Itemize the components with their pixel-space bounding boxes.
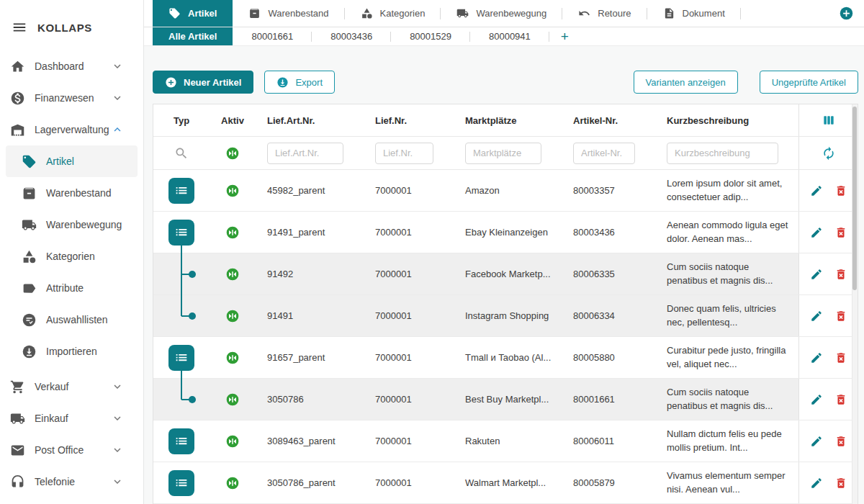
expand-variants-button[interactable]	[168, 345, 194, 371]
table-row[interactable]: 3089463_parent7000001Rakuten80006011Null…	[153, 420, 858, 462]
chevron-up-icon	[111, 123, 124, 136]
edit-icon[interactable]	[810, 351, 823, 364]
sidebar-item-importieren[interactable]: Importieren	[0, 336, 143, 367]
sidebar-item-label: Post Office	[35, 444, 84, 456]
article-tab-alle-artikel[interactable]: Alle Artikel	[153, 27, 233, 45]
cell-lief-art-nr: 91492	[256, 269, 364, 279]
tab-kategorien[interactable]: Kategorien	[345, 0, 441, 27]
cell-artikel-nr: 80003436	[562, 227, 655, 238]
sidebar-item-auswahllisten[interactable]: Auswahllisten	[0, 304, 143, 336]
edit-icon[interactable]	[810, 310, 823, 323]
refresh-icon[interactable]	[822, 146, 836, 161]
filter-lief-nr-input[interactable]	[375, 143, 433, 164]
filter-actions-cell	[798, 137, 858, 169]
active-status-icon	[225, 309, 240, 323]
search-icon[interactable]	[174, 146, 189, 161]
article-tab-80000941[interactable]: 80000941	[470, 27, 549, 45]
sidebar-item-warenbestand[interactable]: Warenbestand	[0, 177, 143, 209]
article-tab-80001661[interactable]: 80001661	[233, 27, 312, 45]
sidebar-item-post-office[interactable]: Post Office	[0, 434, 143, 466]
filter-artikel-nr-cell	[562, 143, 655, 164]
filter-marktplaetze-input[interactable]	[465, 143, 541, 164]
sidebar-item-label: Warenbestand	[46, 187, 112, 199]
export-button[interactable]: Export	[264, 71, 335, 94]
table-row[interactable]: 3050786_parent7000001Walmart Marketpl...…	[153, 462, 858, 504]
sidebar-item-warenbewegung[interactable]: Warenbewegung	[0, 209, 143, 240]
filter-lief-art-nr-input[interactable]	[267, 143, 343, 164]
edit-icon[interactable]	[810, 226, 823, 239]
cell-aktiv	[210, 462, 256, 503]
add-module-tab-icon[interactable]	[839, 6, 854, 21]
tree-node-dot	[189, 271, 196, 278]
tab-warenbewegung[interactable]: Warenbewegung	[441, 0, 562, 27]
sidebar-item-artikel[interactable]: Artikel	[6, 145, 138, 177]
cell-aktiv	[210, 420, 256, 462]
edit-icon[interactable]	[810, 435, 823, 448]
sidebar-item-dashboard[interactable]: Dashboard	[0, 50, 143, 82]
tab-retoure[interactable]: Retoure	[562, 0, 647, 27]
cell-marktplaetze: Walmart Marketpl...	[454, 477, 562, 488]
sidebar-item-finanzwesen[interactable]: Finanzwesen	[0, 82, 143, 114]
expand-variants-button[interactable]	[168, 220, 194, 246]
delete-icon[interactable]	[834, 393, 847, 406]
cell-lief-art-nr: 3050786	[256, 394, 364, 405]
delete-icon[interactable]	[834, 310, 847, 323]
add-article-tab-button[interactable]: +	[549, 27, 580, 45]
new-article-button[interactable]: Neuer Artikel	[153, 71, 253, 94]
delete-icon[interactable]	[834, 435, 847, 448]
list-icon	[174, 475, 189, 491]
table-row[interactable]: 914917000001Instagram Shopping80006334Do…	[153, 295, 858, 337]
table-row[interactable]: 914927000001Facebook Marketp...80006335C…	[153, 253, 858, 295]
table-row[interactable]: 91491_parent7000001Ebay Kleinanzeigen800…	[153, 212, 858, 253]
delete-icon[interactable]	[834, 184, 847, 197]
filter-artikel-nr-input[interactable]	[573, 143, 635, 164]
list-icon	[174, 225, 189, 240]
edit-icon[interactable]	[810, 477, 823, 490]
filter-lief-nr-cell	[364, 143, 454, 164]
cell-kurzbeschreibung: Nullam dictum felis eu pede mollis preti…	[655, 428, 798, 455]
cell-artikel-nr: 80003357	[562, 185, 655, 196]
expand-variants-button[interactable]	[168, 428, 194, 454]
tab-artikel[interactable]: Artikel	[153, 0, 233, 27]
article-tab-80003436[interactable]: 80003436	[312, 27, 391, 45]
column-settings-icon[interactable]	[822, 113, 836, 127]
cell-artikel-nr: 80006011	[562, 436, 655, 446]
cell-actions	[798, 462, 858, 503]
tab-dokument[interactable]: Dokument	[647, 0, 741, 27]
cell-actions	[798, 379, 858, 420]
brand-name: KOLLAPS	[37, 22, 92, 34]
sidebar-item-lagerverwaltung[interactable]: Lagerverwaltung	[0, 114, 143, 145]
edit-icon[interactable]	[810, 184, 823, 197]
cart-icon	[10, 379, 25, 395]
toolbar-right: Varianten anzeigen Ungeprüfte Artikel	[634, 71, 858, 94]
unchecked-articles-button[interactable]: Ungeprüfte Artikel	[760, 71, 858, 94]
table-row[interactable]: 91657_parent7000001Tmall и Taobao (Al...…	[153, 337, 858, 379]
sidebar-item-kategorien[interactable]: Kategorien	[0, 240, 143, 272]
show-variants-button[interactable]: Varianten anzeigen	[634, 71, 738, 94]
cell-typ	[153, 462, 210, 503]
edit-icon[interactable]	[810, 268, 823, 281]
tab-label: Warenbestand	[268, 8, 328, 19]
delete-icon[interactable]	[834, 268, 847, 281]
tab-warenbestand[interactable]: Warenbestand	[233, 0, 344, 27]
sidebar-item-attribute[interactable]: Attribute	[0, 272, 143, 304]
column-header-lief-art-nr: Lief.Art.Nr.	[256, 115, 364, 126]
delete-icon[interactable]	[834, 351, 847, 364]
delete-icon[interactable]	[834, 477, 847, 490]
menu-icon[interactable]	[12, 19, 27, 35]
expand-variants-button[interactable]	[168, 178, 194, 204]
edit-icon[interactable]	[810, 393, 823, 406]
expand-variants-button[interactable]	[168, 470, 194, 496]
table-row[interactable]: 45982_parent7000001Amazon80003357Lorem i…	[153, 170, 858, 212]
scrollbar-thumb[interactable]	[852, 107, 857, 290]
delete-icon[interactable]	[834, 226, 847, 239]
sidebar-item-label: Importieren	[46, 346, 97, 357]
sidebar-item-telefonie[interactable]: Telefonie	[0, 466, 143, 498]
article-tab-80001529[interactable]: 80001529	[391, 27, 470, 45]
chevron-down-icon	[111, 60, 124, 73]
table-row[interactable]: 30507867000001Best Buy Marketpl...800016…	[153, 379, 858, 420]
active-toggle-icon[interactable]	[225, 146, 240, 161]
sidebar-item-einkauf[interactable]: Einkauf	[0, 402, 143, 434]
filter-kurzbeschreibung-input[interactable]	[667, 143, 778, 164]
sidebar-item-verkauf[interactable]: Verkauf	[0, 371, 143, 402]
